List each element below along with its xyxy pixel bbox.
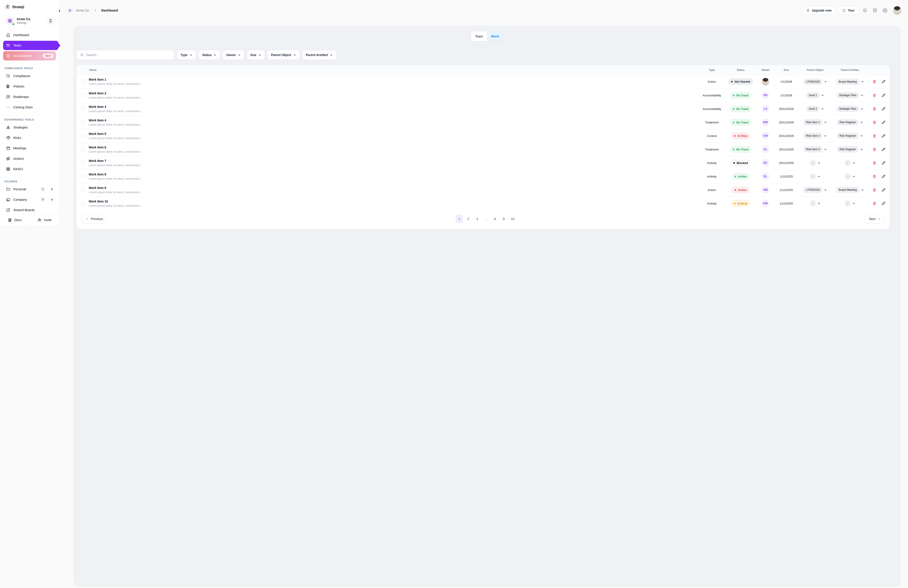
starburst-logo-icon xyxy=(5,4,10,10)
row-checkbox[interactable] xyxy=(81,120,85,124)
chevron-down-icon xyxy=(258,54,261,56)
chevron-down-icon xyxy=(293,54,296,56)
sidebar-item-label: AI Assistants xyxy=(13,54,32,58)
work-item-name[interactable]: Work Item 3 xyxy=(89,105,348,109)
table-row: Work Item 8Lorem ipsum dolor sit amet, c… xyxy=(77,169,348,183)
section-label: FOLDERS xyxy=(0,177,59,184)
filter-owner[interactable]: Owner xyxy=(222,50,244,60)
map-icon xyxy=(6,95,10,99)
table-row: Work Item 1Lorem ipsum dolor sit amet, c… xyxy=(77,75,348,88)
sidebar-item-label: Personal xyxy=(13,188,26,191)
chevron-down-icon xyxy=(238,54,241,56)
sidebar-item-actions[interactable]: Actions xyxy=(3,154,56,163)
row-checkbox[interactable] xyxy=(81,93,85,97)
sidebar-item-ai-assistants[interactable]: AI AssistantsNEW xyxy=(3,51,56,61)
previous-page-button[interactable]: Previous xyxy=(82,214,107,223)
search-icon xyxy=(80,53,84,57)
select-all-checkbox[interactable] xyxy=(81,68,85,72)
workspace-switch-button[interactable] xyxy=(47,17,54,24)
row-checkbox[interactable] xyxy=(81,174,85,178)
work-item-name[interactable]: Work Item 9 xyxy=(89,186,348,190)
work-item-name[interactable]: Work Item 6 xyxy=(89,146,348,149)
filter-label: Owner xyxy=(226,53,236,57)
chevron-right-icon[interactable] xyxy=(50,198,53,201)
work-item-name[interactable]: Work Item 8 xyxy=(89,173,348,176)
docs-button[interactable]: Docs xyxy=(0,215,29,225)
sidebar-item-coming-soon[interactable]: Coming Soon xyxy=(3,103,56,112)
work-item-name[interactable]: Work Item 7 xyxy=(89,159,348,162)
work-items-table: Name Type Status Owner Due Parent Object… xyxy=(77,65,348,225)
sidebar-item-meetings[interactable]: Meetings xyxy=(3,143,56,153)
workspace-settings-link[interactable]: Settings xyxy=(17,21,45,24)
work-item-description: Lorem ipsum dolor sit amet, consectetur.… xyxy=(89,150,348,153)
folder-count-badge: 2 xyxy=(40,186,45,192)
work-item-name[interactable]: Work Item 5 xyxy=(89,132,348,136)
sidebar-item-risks[interactable]: Risks xyxy=(3,133,56,143)
search-input[interactable] xyxy=(86,53,171,57)
work-item-name[interactable]: Work Item 10 xyxy=(89,199,348,203)
pyramid-icon xyxy=(6,125,10,130)
chevron-down-icon xyxy=(214,54,216,56)
table-row: Work Item 9Lorem ipsum dolor sit amet, c… xyxy=(77,183,348,196)
brain-icon xyxy=(6,54,11,58)
work-item-description: Lorem ipsum dolor sit amet, consectetur.… xyxy=(89,123,348,126)
sidebar-item-label: Strategies xyxy=(13,125,28,129)
users-icon xyxy=(6,43,11,48)
row-checkbox[interactable] xyxy=(81,107,85,111)
folders-icon xyxy=(6,198,10,202)
sidebar-item-shared-boards[interactable]: Shared Boards xyxy=(3,206,56,215)
filter-due[interactable]: Due xyxy=(247,50,265,60)
user-plus-icon xyxy=(37,218,42,222)
work-item-name[interactable]: Work Item 1 xyxy=(89,78,348,81)
work-item-description: Lorem ipsum dolor sit amet, consectetur.… xyxy=(89,204,348,207)
row-checkbox[interactable] xyxy=(81,80,85,84)
row-checkbox[interactable] xyxy=(81,134,85,138)
sidebar-item-strategies[interactable]: Strategies xyxy=(3,123,56,132)
chevron-right-icon[interactable] xyxy=(50,188,53,191)
search-box xyxy=(77,50,174,60)
squares-check-icon xyxy=(6,156,10,161)
filter-label: Type xyxy=(180,53,188,57)
sidebar-item-label: Compliance xyxy=(13,74,31,78)
sidebar-item-policies[interactable]: Policies xyxy=(3,82,56,91)
calendar-icon xyxy=(6,146,10,151)
sidebar-item-compliance[interactable]: Compliance xyxy=(3,71,56,80)
sidebar-item-team[interactable]: Team xyxy=(3,41,57,50)
sidebar-main-nav: DashboardTeamAI AssistantsNEW xyxy=(0,30,59,61)
row-checkbox[interactable] xyxy=(81,188,85,192)
workspace-switcher[interactable]: Acme Co. Settings xyxy=(3,14,56,28)
sidebar-item-label: Shared Boards xyxy=(13,208,35,212)
checklist-icon xyxy=(6,74,10,78)
chevron-left-icon xyxy=(58,10,61,13)
arrow-left-icon xyxy=(85,217,89,221)
filter-status[interactable]: Status xyxy=(199,50,220,60)
sidebar-item-personal[interactable]: Personal2 xyxy=(3,185,56,194)
books-icon xyxy=(6,84,10,88)
row-checkbox[interactable] xyxy=(81,201,85,206)
table-header: Name Type Status Owner Due Parent Object… xyxy=(77,65,348,75)
sidebar-item-company[interactable]: Company5 xyxy=(3,195,56,204)
column-header: Name xyxy=(89,69,348,72)
filter-parent-object[interactable]: Parent Object xyxy=(267,50,299,60)
sidebar-item-label: Meetings xyxy=(13,146,26,150)
sidebar-item-rasci[interactable]: RASCI xyxy=(3,164,56,174)
row-checkbox[interactable] xyxy=(81,161,85,165)
content-card: TeamWork TypeStatusOwnerDueParent Object… xyxy=(73,26,348,225)
filter-parent-artefact[interactable]: Parent Artefact xyxy=(303,50,336,60)
breadcrumb-workspace-avatar xyxy=(67,8,73,13)
invite-button[interactable]: Invite xyxy=(29,215,59,225)
filter-label: Status xyxy=(202,53,212,57)
sidebar-item-dashboard[interactable]: Dashboard xyxy=(3,31,56,40)
breadcrumb-workspace[interactable]: Acme Co. xyxy=(76,9,90,12)
chevron-up-down-icon xyxy=(49,19,52,23)
filter-type[interactable]: Type xyxy=(177,50,196,60)
docs-icon xyxy=(8,218,12,222)
section-label: COMPLIANCE TOOLS xyxy=(0,64,59,71)
sidebar-collapse-button[interactable] xyxy=(57,6,62,15)
section-label: GOVERNANCE TOOLS xyxy=(0,115,59,122)
app-name: Strateji xyxy=(12,5,24,9)
row-checkbox[interactable] xyxy=(81,147,85,151)
work-item-name[interactable]: Work Item 4 xyxy=(89,119,348,122)
sidebar-item-roadmaps[interactable]: Roadmaps xyxy=(3,92,56,101)
work-item-name[interactable]: Work Item 2 xyxy=(89,92,348,95)
